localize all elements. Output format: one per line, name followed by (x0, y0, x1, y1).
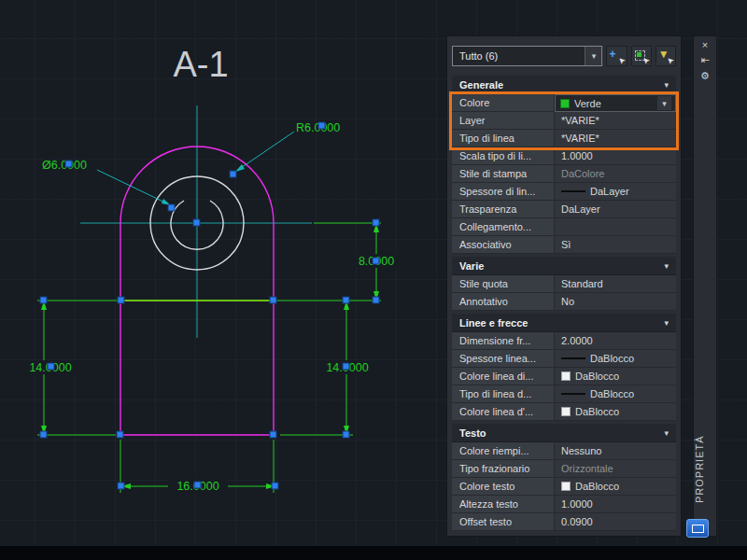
gear-icon[interactable]: ⚙ (694, 68, 716, 84)
palette-title: PROPRIETÀ (694, 427, 716, 511)
dim-text-diameter[interactable]: Ø6.0000 (42, 159, 87, 172)
property-value[interactable]: Standard (555, 275, 676, 293)
grip[interactable] (272, 483, 278, 489)
property-label: Scala tipo di li... (452, 147, 555, 165)
color-swatch-white (561, 407, 571, 416)
chevron-down-icon[interactable]: ▾ (664, 261, 669, 271)
section-title: Generale (459, 79, 503, 91)
bottom-bar (0, 546, 747, 560)
grip[interactable] (168, 204, 175, 211)
chevron-down-icon[interactable]: ▾ (657, 96, 671, 110)
property-label: Colore linea d'... (452, 403, 555, 421)
grip[interactable] (318, 122, 325, 129)
property-row-offset-testo: Offset testo 0.0900 (452, 513, 676, 531)
property-value[interactable]: DaBlocco (555, 478, 676, 496)
grip[interactable] (343, 431, 349, 438)
grip[interactable] (373, 258, 379, 264)
property-value[interactable]: DaColore (555, 165, 676, 183)
view-title: A-1 (173, 45, 228, 84)
property-label: Layer (452, 112, 555, 130)
chevron-down-icon[interactable]: ▾ (664, 318, 669, 328)
grip[interactable] (65, 161, 72, 167)
grip[interactable] (373, 297, 379, 303)
property-value[interactable]: DaBlocco (555, 385, 676, 403)
property-row-tipo-linea-d: Tipo di linea d... DaBlocco (452, 385, 676, 403)
chevron-down-icon[interactable]: ▾ (664, 428, 669, 438)
property-value[interactable]: 2.0000 (555, 332, 676, 350)
selection-filter-dropdown[interactable]: Tutto (6) ▾ (452, 46, 602, 66)
property-value[interactable]: No (555, 293, 676, 311)
grips[interactable] (40, 122, 379, 489)
property-value[interactable]: DaBlocco (555, 368, 676, 385)
grip[interactable] (40, 431, 47, 438)
section-title: Varie (459, 260, 484, 272)
property-value[interactable]: Nessuno (555, 442, 676, 460)
section-title: Linee e frecce (459, 317, 528, 329)
grip[interactable] (48, 363, 54, 370)
color-value: Verde (574, 98, 601, 109)
grip[interactable] (343, 297, 349, 303)
color-dropdown[interactable]: Verde ▾ (555, 94, 676, 112)
section-title: Testo (459, 427, 486, 439)
property-label: Trasparenza (452, 201, 555, 218)
property-value[interactable]: DaBlocco (555, 403, 676, 421)
properties-palette: Tutto (6) ▾ + ➤ ➤ ▼ ➤ Generale ▾ (446, 35, 717, 537)
chevron-down-icon[interactable]: ▾ (664, 80, 669, 90)
close-icon[interactable]: × (694, 36, 716, 52)
grip[interactable] (193, 219, 200, 226)
section-header-linee-frecce[interactable]: Linee e frecce ▾ (452, 314, 676, 332)
property-label: Offset testo (452, 513, 555, 531)
grip[interactable] (270, 431, 276, 438)
property-row-stile-stampa: Stile di stampa DaColore (452, 165, 676, 183)
grip[interactable] (40, 297, 47, 303)
section-header-testo[interactable]: Testo ▾ (452, 424, 676, 442)
property-label: Dimensione fr... (452, 332, 555, 350)
screen-glyph (692, 525, 704, 533)
pickadd-toggle-button[interactable]: + ➤ (606, 46, 627, 66)
grip[interactable] (373, 219, 379, 226)
quick-select-button[interactable]: ▼ ➤ (655, 46, 676, 66)
property-value[interactable]: DaLayer (555, 201, 676, 218)
property-label: Associativo (452, 236, 555, 254)
grip[interactable] (270, 297, 276, 303)
color-swatch-white (561, 371, 571, 381)
grip[interactable] (194, 482, 201, 488)
grip[interactable] (118, 297, 124, 303)
section-header-varie[interactable]: Varie ▾ (452, 257, 676, 275)
property-label: Tipo di linea (452, 130, 555, 147)
property-row-tipo-linea: Tipo di linea *VARIE* (452, 130, 676, 147)
autohide-icon[interactable]: ⇤ (694, 52, 716, 68)
palette-titlebar[interactable]: × ⇤ ⚙ PROPRIETÀ (693, 35, 717, 537)
property-row-spessore: Spessore di lin... DaLayer (452, 183, 676, 201)
property-row-stile-quota: Stile quota Standard (452, 275, 676, 293)
property-row-colore: Colore Verde ▾ (452, 94, 676, 112)
grip[interactable] (117, 431, 123, 438)
quick-properties-icon[interactable] (686, 519, 709, 538)
chevron-down-icon[interactable]: ▾ (585, 47, 601, 65)
property-row-annotativo: Annotativo No (452, 293, 676, 311)
lineweight-sample (561, 190, 585, 192)
property-value[interactable]: 0.0900 (555, 513, 676, 531)
grip[interactable] (343, 363, 349, 370)
property-label: Colore riempi... (452, 442, 555, 460)
property-value[interactable] (555, 218, 676, 236)
property-value[interactable]: DaLayer (555, 183, 676, 201)
property-value[interactable]: 1.0000 (555, 147, 676, 165)
color-swatch-green (560, 99, 570, 108)
property-value[interactable]: DaBlocco (555, 350, 676, 368)
property-label: Stile quota (452, 275, 555, 293)
property-value[interactable]: 1.0000 (555, 496, 676, 513)
grip[interactable] (230, 171, 236, 177)
highlight-box: Colore Verde ▾ Layer *VARIE* Tipo di lin… (452, 94, 676, 147)
dimension-arrowheads (41, 223, 379, 489)
grip[interactable] (118, 483, 124, 489)
property-value[interactable]: *VARIE* (555, 112, 676, 130)
select-objects-button[interactable]: ➤ (631, 46, 652, 66)
section-header-generale[interactable]: Generale ▾ (452, 76, 676, 94)
dimension-lines[interactable] (37, 223, 381, 493)
property-label: Colore testo (452, 478, 555, 496)
property-value[interactable]: Orizzontale (555, 460, 676, 478)
color-swatch-white (561, 482, 571, 491)
property-value[interactable]: *VARIE* (555, 130, 676, 147)
property-value[interactable]: Sì (555, 236, 676, 254)
